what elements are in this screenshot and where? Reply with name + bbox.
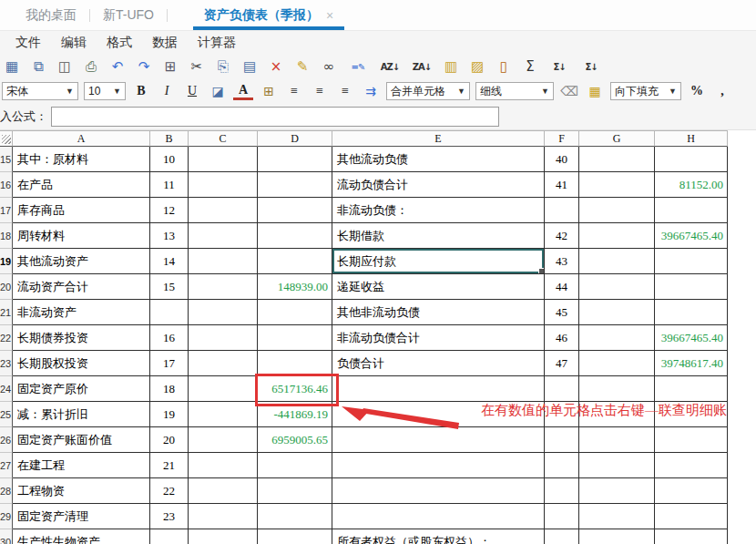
cell-G28[interactable] <box>579 478 655 504</box>
cell-G23[interactable] <box>579 351 655 376</box>
row-header-15[interactable]: 15 <box>0 147 13 172</box>
font-color-icon[interactable]: A <box>233 82 253 100</box>
row-header-21[interactable]: 21 <box>0 300 13 325</box>
cell-D21[interactable] <box>258 300 332 325</box>
formula-input[interactable] <box>51 107 499 127</box>
print-preview-icon[interactable]: ◫ <box>56 57 73 76</box>
print-icon[interactable]: ⎙ <box>83 57 99 76</box>
row-header-26[interactable]: 26 <box>0 427 13 453</box>
cell-E27[interactable] <box>332 453 545 478</box>
row-header-17[interactable]: 17 <box>0 198 13 223</box>
cell-H20[interactable] <box>655 274 728 300</box>
italic-button[interactable]: I <box>157 82 177 100</box>
cell-F16[interactable]: 41 <box>545 172 579 198</box>
cell-A21[interactable]: 非流动资产 <box>13 300 150 325</box>
cell-D28[interactable] <box>258 478 332 504</box>
delete-icon[interactable]: × <box>268 57 284 76</box>
column-header-G[interactable]: G <box>579 130 655 147</box>
cell-F29[interactable] <box>545 504 579 529</box>
sum-down-icon[interactable]: Σ↓ <box>548 57 570 76</box>
cell-D25[interactable]: -441869.19 <box>258 402 332 427</box>
row-header-28[interactable]: 28 <box>0 478 13 504</box>
cell-E26[interactable] <box>332 427 545 453</box>
copy-icon[interactable]: ⎘ <box>215 57 231 76</box>
cell-D18[interactable] <box>258 223 332 249</box>
cell-H23[interactable]: 39748617.40 <box>655 351 728 376</box>
cell-D19[interactable] <box>258 249 332 274</box>
cell-C21[interactable] <box>189 300 258 325</box>
cell-B16[interactable]: 11 <box>150 172 189 198</box>
cell-G15[interactable] <box>579 147 655 172</box>
cell-E22[interactable]: 非流动负债合计 <box>332 325 545 351</box>
cell-B20[interactable]: 15 <box>150 274 189 300</box>
cell-B25[interactable]: 19 <box>150 402 189 427</box>
cell-E29[interactable] <box>332 504 545 529</box>
cell-C29[interactable] <box>189 504 258 529</box>
cell-D15[interactable] <box>258 147 332 172</box>
cell-H15[interactable] <box>655 147 728 172</box>
cell-F18[interactable]: 42 <box>545 223 579 249</box>
cell-E24[interactable] <box>332 376 545 402</box>
underline-button[interactable]: U <box>182 82 202 100</box>
cell-H19[interactable] <box>655 249 728 274</box>
cell-C27[interactable] <box>189 453 258 478</box>
cell-G26[interactable] <box>579 427 655 453</box>
cell-B19[interactable]: 14 <box>150 249 189 274</box>
cell-F30[interactable] <box>545 529 579 544</box>
cell-H27[interactable] <box>655 453 728 478</box>
cell-G16[interactable] <box>579 172 655 198</box>
column-header-C[interactable]: C <box>189 130 258 147</box>
cell-A30[interactable]: 生产性生物资产 <box>13 529 150 544</box>
cell-G18[interactable] <box>579 223 655 249</box>
cell-E18[interactable]: 长期借款 <box>332 223 545 249</box>
paste-format-icon[interactable]: ▨ <box>469 57 485 76</box>
close-icon[interactable]: × <box>326 8 333 23</box>
cell-B15[interactable]: 10 <box>150 147 189 172</box>
cell-C23[interactable] <box>189 351 258 376</box>
cell-C30[interactable] <box>189 529 258 544</box>
cell-B29[interactable]: 23 <box>150 504 189 529</box>
row-header-30[interactable]: 30 <box>0 529 13 544</box>
cell-D30[interactable] <box>258 529 332 544</box>
cell-F28[interactable] <box>545 478 579 504</box>
row-header-18[interactable]: 18 <box>0 223 13 249</box>
cell-E21[interactable]: 其他非流动负债 <box>332 300 545 325</box>
column-header-D[interactable]: D <box>258 130 332 147</box>
comma-format-button[interactable]: , <box>712 82 732 100</box>
cell-G21[interactable] <box>579 300 655 325</box>
percent-format-button[interactable]: % <box>687 82 707 100</box>
redo-icon[interactable]: ↷ <box>136 57 152 76</box>
fill-color-icon[interactable]: ◪ <box>208 82 228 100</box>
cell-G20[interactable] <box>579 274 655 300</box>
menu-calculator[interactable]: 计算器 <box>188 35 246 51</box>
cell-D29[interactable] <box>258 504 332 529</box>
cell-A20[interactable]: 流动资产合计 <box>13 274 150 300</box>
cell-B23[interactable]: 17 <box>150 351 189 376</box>
borders-icon[interactable]: ⊞ <box>259 82 279 100</box>
paste-icon[interactable]: ▤ <box>241 57 258 76</box>
row-header-16[interactable]: 16 <box>0 172 13 198</box>
select-all-corner[interactable] <box>0 130 13 147</box>
find-icon[interactable]: ∞ <box>321 57 337 76</box>
cell-A25[interactable]: 减：累计折旧 <box>13 402 150 427</box>
sum-total-icon[interactable]: Σ↓ <box>580 57 602 76</box>
column-header-B[interactable]: B <box>150 130 189 147</box>
cell-format-icon[interactable]: ▦ <box>585 82 605 100</box>
cell-E20[interactable]: 递延收益 <box>332 274 545 300</box>
cell-E28[interactable] <box>332 478 545 504</box>
tab-my-desktop[interactable]: 我的桌面 <box>13 0 89 30</box>
cell-F20[interactable]: 44 <box>545 274 579 300</box>
notebook-icon[interactable]: ▯ <box>495 57 512 76</box>
menu-edit[interactable]: 编辑 <box>51 35 97 51</box>
font-name-select[interactable]: 宋体 ▼ <box>2 82 78 100</box>
cell-F22[interactable]: 46 <box>545 325 579 351</box>
row-header-25[interactable]: 25 <box>0 402 13 427</box>
column-header-A[interactable]: A <box>13 130 150 147</box>
cell-A16[interactable]: 在产品 <box>13 172 150 198</box>
cell-C22[interactable] <box>189 325 258 351</box>
row-header-22[interactable]: 22 <box>0 325 13 351</box>
cell-F21[interactable]: 45 <box>545 300 579 325</box>
cell-B22[interactable]: 16 <box>150 325 189 351</box>
indent-icon[interactable]: ⇉ <box>361 82 381 100</box>
cell-A22[interactable]: 长期债券投资 <box>13 325 150 351</box>
